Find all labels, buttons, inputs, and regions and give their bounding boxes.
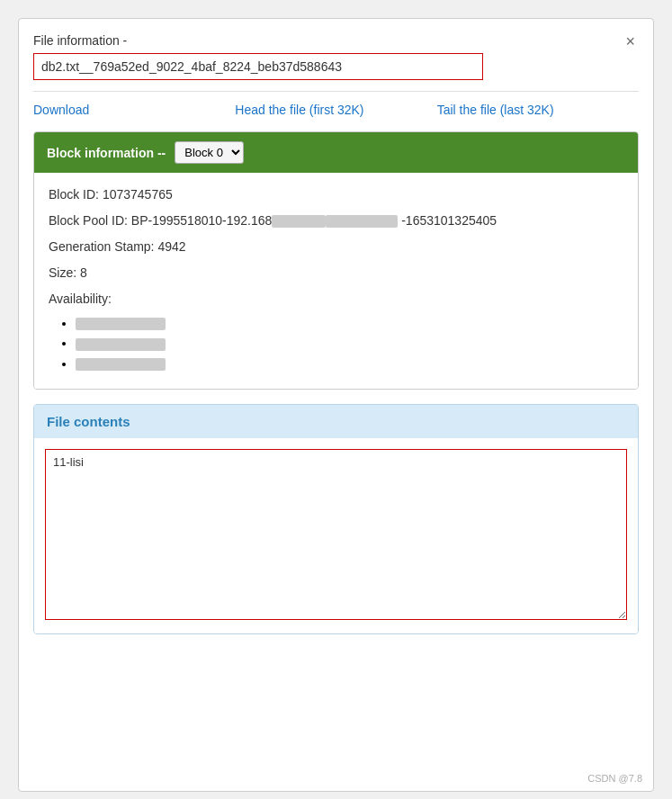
watermark: CSDN @7.8 (587, 773, 642, 784)
size-label: Size: (49, 265, 76, 280)
generation-stamp-label: Generation Stamp: (49, 239, 155, 254)
availability-list (49, 316, 623, 371)
block-pool-id-blurred-2 (326, 215, 398, 228)
filename-display: db2.txt__769a52ed_9022_4baf_8224_beb37d5… (33, 53, 483, 80)
list-item (76, 356, 623, 371)
file-contents-header: File contents (34, 405, 638, 438)
block-info-section: Block information -- Block 0 Block ID: 1… (33, 131, 639, 390)
block-id-label: Block ID: (49, 187, 99, 202)
tail-file-link[interactable]: Tail the file (last 32K) (437, 103, 639, 117)
availability-label: Availability: (49, 290, 623, 309)
block-info-header-label: Block information -- (47, 146, 166, 160)
generation-stamp-row: Generation Stamp: 4942 (49, 238, 623, 256)
block-pool-id-blurred-1 (272, 215, 326, 228)
title-section: File information - db2.txt__769a52ed_902… (33, 33, 622, 80)
block-pool-id-prefix: BP-1995518010-192.168 (131, 213, 272, 228)
action-links-bar: Download Head the file (first 32K) Tail … (33, 103, 639, 117)
file-contents-body (34, 438, 638, 633)
availability-node-2-blurred (76, 338, 166, 351)
close-button[interactable]: × (622, 33, 639, 49)
block-info-body: Block ID: 1073745765 Block Pool ID: BP-1… (34, 173, 638, 389)
download-link[interactable]: Download (33, 103, 235, 117)
block-id-value: 1073745765 (103, 187, 173, 202)
availability-section: Availability: (49, 290, 623, 371)
file-content-textarea[interactable] (45, 449, 627, 620)
header-divider (33, 91, 639, 92)
file-contents-section: File contents (33, 404, 639, 634)
block-pool-id-row: Block Pool ID: BP-1995518010-192.168 -16… (49, 211, 623, 230)
block-info-header: Block information -- Block 0 (34, 132, 638, 173)
size-row: Size: 8 (49, 264, 623, 283)
block-pool-id-label: Block Pool ID: (49, 213, 128, 228)
block-id-row: Block ID: 1073745765 (49, 185, 623, 204)
availability-node-1-blurred (76, 318, 166, 330)
dialog-header: File information - db2.txt__769a52ed_902… (33, 33, 639, 80)
block-pool-id-suffix: -1653101325405 (401, 213, 497, 228)
size-value: 8 (80, 265, 87, 280)
list-item (76, 316, 623, 330)
generation-stamp-value: 4942 (157, 239, 185, 254)
file-contents-title: File contents (47, 414, 130, 429)
head-file-link[interactable]: Head the file (first 32K) (235, 103, 436, 117)
dialog-title: File information - (33, 33, 622, 48)
availability-node-3-blurred (76, 358, 166, 371)
list-item (76, 336, 623, 350)
block-select[interactable]: Block 0 (175, 141, 244, 164)
file-info-dialog: File information - db2.txt__769a52ed_902… (18, 18, 654, 792)
